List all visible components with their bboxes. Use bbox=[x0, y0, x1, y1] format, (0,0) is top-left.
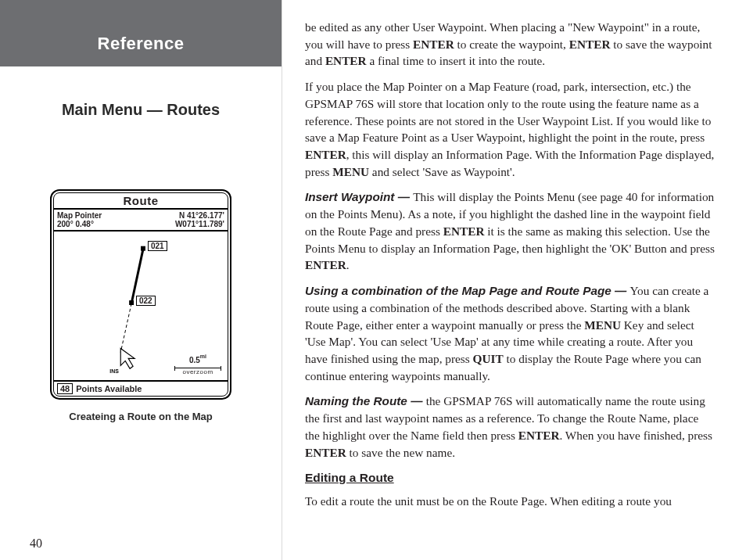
scale-value: 0.5 bbox=[189, 356, 200, 364]
latitude: N 41°26.177' bbox=[144, 211, 224, 220]
editing-route-heading: Editing a Route bbox=[305, 469, 715, 486]
para-3: Insert Waypoint — This will display the … bbox=[305, 188, 715, 274]
para-4: Using a combination of the Map Page and … bbox=[305, 282, 715, 384]
svg-rect-2 bbox=[141, 246, 145, 251]
page-number: 40 bbox=[30, 537, 42, 551]
manual-page: Reference Main Menu — Routes Route Map P… bbox=[0, 0, 746, 560]
overzoom-label: overzoom bbox=[174, 368, 221, 375]
para-5: Naming the Route — the GPSMAP 76S will a… bbox=[305, 393, 715, 461]
coord-left: Map Pointer 200° 0.48° bbox=[54, 210, 141, 230]
pointer-info: 200° 0.48° bbox=[57, 220, 138, 228]
figure-caption: Createing a Route on the Map bbox=[50, 411, 231, 422]
left-column: Reference Main Menu — Routes Route Map P… bbox=[0, 0, 282, 560]
scale-bar: 0.5mi overzoom bbox=[174, 352, 221, 375]
status-bar: 48 Points Available bbox=[54, 380, 228, 396]
coord-right: N 41°26.177' W071°11.789' bbox=[141, 210, 228, 230]
points-count: 48 bbox=[57, 383, 73, 394]
svg-line-1 bbox=[120, 303, 131, 352]
points-label: Points Available bbox=[76, 384, 142, 393]
device-title: Route bbox=[54, 193, 228, 210]
map-area: INS 021 022 0.5mi overzoom bbox=[54, 232, 228, 380]
longitude: W071°11.789' bbox=[144, 220, 224, 228]
body-column: be edited as any other User Waypoint. Wh… bbox=[282, 0, 746, 560]
waypoint-022: 022 bbox=[136, 293, 156, 307]
para-6: To edit a route the unit must be on the … bbox=[305, 493, 715, 510]
lead-insert-waypoint: Insert Waypoint — bbox=[305, 190, 413, 203]
device-frame: Route Map Pointer 200° 0.48° N 41°26.177… bbox=[50, 189, 231, 400]
svg-text:INS: INS bbox=[109, 368, 119, 374]
svg-rect-3 bbox=[129, 300, 134, 305]
lead-map-route-combo: Using a combination of the Map Page and … bbox=[305, 284, 630, 297]
reference-header: Reference bbox=[0, 0, 282, 66]
para-1: be edited as any other User Waypoint. Wh… bbox=[305, 19, 715, 70]
device-screen: Route Map Pointer 200° 0.48° N 41°26.177… bbox=[53, 192, 228, 397]
waypoint-021: 021 bbox=[148, 238, 167, 252]
section-subtitle: Main Menu — Routes bbox=[0, 101, 282, 119]
device-figure: Route Map Pointer 200° 0.48° N 41°26.177… bbox=[50, 189, 231, 422]
lead-naming-route: Naming the Route — bbox=[305, 394, 426, 407]
para-2: If you place the Map Pointer on a Map Fe… bbox=[305, 78, 715, 180]
coord-row: Map Pointer 200° 0.48° N 41°26.177' W071… bbox=[54, 210, 228, 232]
scale-unit: mi bbox=[200, 354, 206, 359]
pointer-label: Map Pointer bbox=[57, 211, 138, 220]
reference-title: Reference bbox=[98, 34, 185, 54]
